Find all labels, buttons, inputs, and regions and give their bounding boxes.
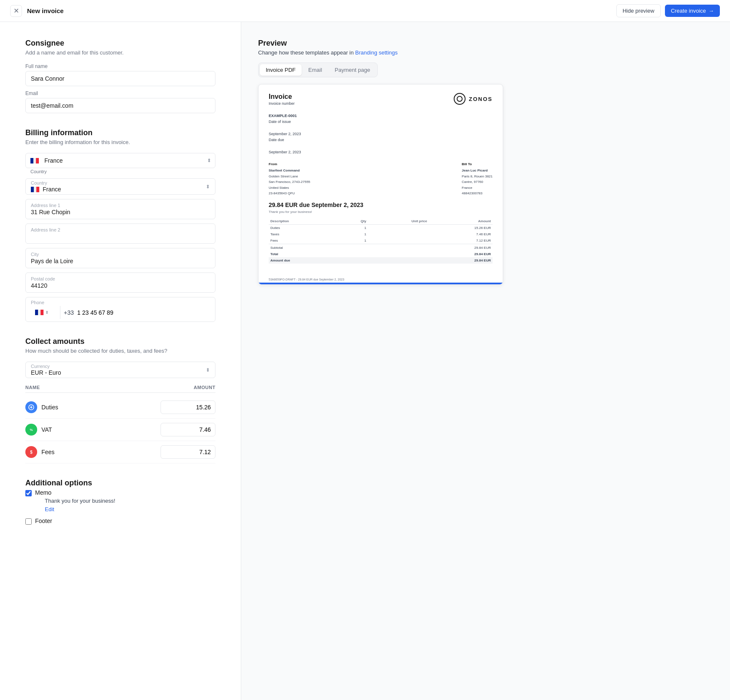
country-select-wrap: France ⬍ bbox=[25, 153, 215, 168]
footer-row: Footer bbox=[25, 518, 215, 525]
logo-area: ZONOS bbox=[454, 93, 493, 105]
email-field: Email bbox=[25, 90, 215, 113]
svg-rect-5 bbox=[36, 187, 39, 192]
country-selector-field: Country France ⬍ bbox=[25, 178, 215, 195]
col-amount: Amount bbox=[429, 218, 493, 225]
country-arrow-icon: ⬍ bbox=[206, 184, 210, 190]
consignee-desc: Add a name and email for this customer. bbox=[25, 49, 215, 56]
header-left: ✕ New invoice bbox=[10, 5, 64, 17]
currency-arrow-icon: ⬍ bbox=[206, 367, 210, 373]
logo-text: ZONOS bbox=[469, 96, 493, 102]
col-qty: Qty bbox=[339, 218, 368, 225]
name-header: NAME bbox=[25, 385, 40, 390]
svg-rect-3 bbox=[31, 187, 34, 192]
vat-label: VAT bbox=[41, 426, 52, 433]
full-name-field: Full name bbox=[25, 63, 215, 86]
postal-input[interactable] bbox=[31, 282, 210, 289]
city-label: City bbox=[31, 252, 210, 257]
additional-section: Additional options Memo Thank you for yo… bbox=[25, 479, 215, 525]
phone-country-selector[interactable]: ⬍ bbox=[31, 306, 60, 319]
total-row: Total 29.84 EUR bbox=[269, 251, 493, 257]
country-field: France ⬍ Country bbox=[25, 153, 215, 174]
header-right: Hide preview Create invoice → bbox=[616, 4, 720, 17]
phone-country-arrow-icon: ⬍ bbox=[45, 310, 49, 315]
address2-input[interactable] bbox=[31, 233, 210, 240]
footer-checkbox[interactable] bbox=[25, 518, 32, 525]
billing-title: Billing information bbox=[25, 128, 215, 137]
svg-rect-0 bbox=[30, 158, 33, 163]
close-button[interactable]: ✕ bbox=[10, 5, 22, 17]
tab-payment-page[interactable]: Payment page bbox=[329, 64, 376, 76]
invoice-amount-line: 29.84 EUR due September 2, 2023 bbox=[269, 202, 493, 208]
email-input[interactable] bbox=[25, 98, 215, 113]
memo-checkbox[interactable] bbox=[25, 490, 32, 496]
svg-rect-4 bbox=[34, 187, 36, 192]
main-layout: Consignee Add a name and email for this … bbox=[0, 22, 730, 700]
tab-email[interactable]: Email bbox=[302, 64, 328, 76]
fees-input[interactable] bbox=[161, 445, 215, 459]
country-label: Country bbox=[25, 168, 215, 174]
page-title: New invoice bbox=[27, 7, 64, 14]
invoice-preview-card: Invoice Invoice number EXAMPLE-0001 Date… bbox=[258, 84, 503, 285]
full-name-input[interactable] bbox=[25, 71, 215, 86]
consignee-title: Consignee bbox=[25, 39, 215, 48]
bill-to-col: Bill To Jean Luc Picard Paris 8, Rouen 3… bbox=[462, 161, 493, 197]
amounts-table: NAME AMOUNT Duties bbox=[25, 382, 215, 463]
svg-rect-8 bbox=[41, 310, 44, 315]
address2-label: Address line 2 bbox=[31, 227, 210, 232]
memo-label: Memo bbox=[35, 489, 115, 496]
currency-field: Currency EUR - Euro ⬍ bbox=[25, 362, 215, 378]
invoice-footer-bar bbox=[259, 283, 503, 284]
address1-input[interactable] bbox=[31, 209, 210, 215]
city-input[interactable] bbox=[31, 258, 210, 264]
right-panel: Preview Change how these templates appea… bbox=[241, 22, 730, 700]
country-select[interactable]: France bbox=[25, 153, 215, 168]
preview-title: Preview bbox=[258, 39, 713, 48]
fees-row: $ Fees bbox=[25, 441, 215, 463]
address1-label: Address line 1 bbox=[31, 203, 210, 208]
invoice-table: Description Qty Unit price Amount Duties… bbox=[269, 218, 493, 264]
hide-preview-button[interactable]: Hide preview bbox=[616, 4, 661, 17]
logo-icon bbox=[454, 93, 466, 105]
amount-due-row: Amount due 29.84 EUR bbox=[269, 257, 493, 264]
table-row: Taxes 1 7.46 EUR bbox=[269, 231, 493, 237]
address2-field: Address line 2 bbox=[25, 223, 215, 244]
create-invoice-button[interactable]: Create invoice → bbox=[665, 5, 720, 17]
col-description: Description bbox=[269, 218, 339, 225]
fr-flag-icon bbox=[31, 187, 39, 192]
invoice-header-row: Invoice Invoice number EXAMPLE-0001 Date… bbox=[269, 93, 493, 155]
collect-desc: How much should be collected for duties,… bbox=[25, 348, 215, 354]
branding-link[interactable]: Branding settings bbox=[355, 49, 398, 56]
postal-field: Postal code bbox=[25, 272, 215, 293]
arrow-icon: → bbox=[708, 8, 714, 14]
amounts-header: NAME AMOUNT bbox=[25, 382, 215, 393]
collect-section: Collect amounts How much should be colle… bbox=[25, 337, 215, 463]
invoice-details-row: From Starfleet Command Golden Street Lan… bbox=[269, 161, 493, 197]
footer-label: Footer bbox=[35, 518, 52, 524]
vat-row: % VAT bbox=[25, 419, 215, 441]
phone-country-code: +33 bbox=[64, 309, 74, 316]
phone-field: Phone ⬍ +33 bbox=[25, 297, 215, 322]
col-unit: Unit price bbox=[368, 218, 429, 225]
tab-invoice-pdf[interactable]: Invoice PDF bbox=[260, 64, 302, 76]
invoice-title: Invoice bbox=[269, 93, 301, 101]
preview-desc: Change how these templates appear in Bra… bbox=[258, 49, 713, 56]
memo-row: Memo Thank you for your business! Edit bbox=[25, 489, 215, 512]
vat-icon: % bbox=[25, 424, 37, 436]
billing-section: Billing information Enter the billing in… bbox=[25, 128, 215, 322]
postal-label: Postal code bbox=[31, 276, 210, 281]
duties-input[interactable] bbox=[161, 400, 215, 414]
currency-value: EUR - Euro bbox=[31, 369, 61, 376]
svg-rect-7 bbox=[38, 310, 41, 315]
invoice-thanks: Thank you for your business! bbox=[269, 210, 493, 214]
france-flag-icon bbox=[30, 158, 39, 163]
table-row: Duties 1 15.26 EUR bbox=[269, 225, 493, 232]
country-field-label: Country bbox=[31, 180, 206, 185]
phone-fr-flag-icon bbox=[35, 310, 44, 315]
collect-title: Collect amounts bbox=[25, 337, 215, 346]
consignee-section: Consignee Add a name and email for this … bbox=[25, 39, 215, 113]
phone-input[interactable] bbox=[77, 309, 210, 316]
left-panel: Consignee Add a name and email for this … bbox=[0, 22, 241, 700]
edit-link[interactable]: Edit bbox=[45, 506, 54, 512]
vat-input[interactable] bbox=[161, 423, 215, 436]
